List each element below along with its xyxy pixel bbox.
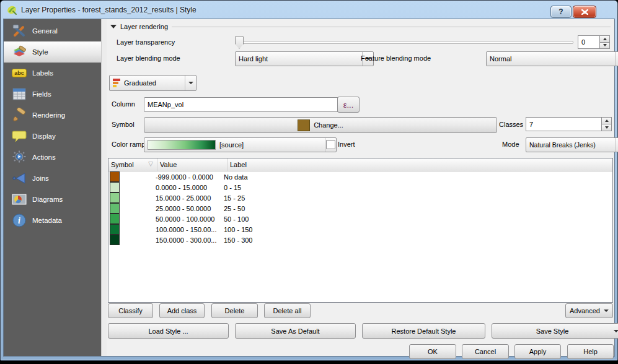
column-header-label[interactable]: Label [227,158,612,171]
class-label: 150 - 300 [224,236,252,244]
class-color-swatch[interactable] [110,235,120,245]
apply-button[interactable]: Apply [514,344,561,359]
symbol-color-swatch [298,119,310,131]
combo-value: Graduated [124,79,156,87]
column-header-symbol[interactable]: Symbol ▽ [108,158,157,171]
expression-builder-button[interactable]: ε... [337,97,360,113]
window-title: Layer Properties - forest_stands_2012_re… [21,6,196,14]
sidebar-item-general[interactable]: General [4,20,101,41]
ok-button[interactable]: OK [409,344,456,359]
paintbrush-icon [11,107,27,123]
style-panel: Layer rendering Layer transparency 0 Lay… [107,19,614,356]
transparency-label: Layer transparency [117,35,175,49]
table-row[interactable]: 150.0000 - 300.00... 150 - 300 [108,235,612,245]
sidebar-splitter[interactable] [101,19,107,356]
titlebar-close-button[interactable] [573,6,596,18]
advanced-button[interactable]: Advanced [565,303,613,318]
paint-style-icon [11,44,27,60]
class-color-swatch[interactable] [110,171,120,182]
classes-table[interactable]: Symbol ▽ Value Label -999.0000 - 0.0000 … [108,158,613,303]
class-color-swatch[interactable] [110,224,120,235]
layer-blend-mode-combo[interactable]: Hard light [235,51,374,66]
abc-tag-icon: abc [11,65,27,81]
renderer-type-combo[interactable]: Graduated [109,75,196,91]
column-combo[interactable]: MEANp_vol [144,97,349,112]
transparency-slider[interactable] [235,36,573,48]
sidebar-item-diagrams[interactable]: Diagrams [4,189,101,210]
table-row[interactable]: 100.0000 - 150.00... 100 - 150 [108,224,612,235]
combo-value: Normal [490,55,511,63]
help-button[interactable]: Help [567,344,614,359]
transparency-value[interactable]: 0 [578,35,599,49]
class-color-swatch[interactable] [110,203,120,214]
class-value: 25.0000 - 50.0000 [156,205,211,212]
sidebar: General Style abc Labels [4,19,101,356]
delete-button[interactable]: Delete [211,303,258,318]
classes-value[interactable]: 7 [526,117,601,131]
symbol-change-button[interactable]: Change... [144,117,497,133]
speech-bubble-icon [11,128,27,144]
table-row[interactable]: 15.0000 - 25.0000 15 - 25 [108,193,612,203]
class-label: 25 - 50 [224,205,245,212]
sidebar-item-label: Joins [32,175,49,182]
layer-rendering-group-header[interactable]: Layer rendering [110,23,611,30]
spin-down-button[interactable] [601,124,612,131]
sidebar-item-joins[interactable]: Joins [4,168,101,189]
class-color-swatch[interactable] [110,214,120,224]
sidebar-item-fields[interactable]: Fields [4,84,101,105]
restore-default-style-button[interactable]: Restore Default Style [362,323,485,339]
layer-properties-dialog: Layer Properties - forest_stands_2012_re… [0,0,618,361]
spin-up-button[interactable] [601,117,612,124]
blend-mode-label: Layer blending mode [117,51,180,65]
save-style-button[interactable]: Save Style [492,323,618,339]
table-row[interactable]: -999.0000 - 0.0000 No data [108,171,612,182]
invert-checkbox[interactable] [326,140,335,149]
dialog-client-area: General Style abc Labels [3,19,615,357]
invert-label: Invert [338,137,355,151]
down-arrow-icon [603,44,607,46]
join-arrow-icon [11,170,27,186]
tools-icon [11,23,27,39]
sort-indicator-icon: ▽ [148,160,153,167]
column-header-value[interactable]: Value [157,158,227,171]
classes-label: Classes [499,118,523,131]
color-ramp-combo[interactable]: [source] [144,137,337,152]
class-color-swatch[interactable] [110,193,120,203]
combo-value: Hard light [239,55,268,63]
table-row[interactable]: 50.0000 - 100.0000 50 - 100 [108,214,612,224]
slider-groove [235,41,573,44]
sidebar-item-metadata[interactable]: i Metadata [4,210,101,231]
spin-down-button[interactable] [599,43,610,50]
sidebar-item-rendering[interactable]: Rendering [4,105,101,126]
delete-all-button[interactable]: Delete all [264,303,311,318]
transparency-spinbox[interactable]: 0 [578,35,610,49]
sidebar-item-actions[interactable]: Actions [4,147,101,168]
class-label: 50 - 100 [224,215,249,223]
classes-spinbox[interactable]: 7 [526,117,612,131]
group-divider [172,27,611,27]
class-label: 15 - 25 [224,194,245,202]
sidebar-item-display[interactable]: Display [4,126,101,147]
spin-up-button[interactable] [599,35,610,43]
symbol-label: Symbol [112,118,135,131]
sidebar-item-label: Labels [32,69,53,77]
sidebar-item-style[interactable]: Style [4,41,101,63]
class-color-swatch[interactable] [110,182,120,193]
titlebar[interactable]: Layer Properties - forest_stands_2012_re… [1,1,617,19]
sidebar-item-labels[interactable]: abc Labels [4,63,101,84]
load-style-button[interactable]: Load Style ... [108,323,229,339]
save-as-default-button[interactable]: Save As Default [235,323,356,339]
mode-combo[interactable]: Natural Breaks (Jenks) [526,137,618,152]
group-title: Layer rendering [120,23,168,30]
titlebar-help-button[interactable]: ? [550,6,572,18]
class-value: 0.0000 - 15.0000 [156,184,207,191]
chevron-down-icon [616,138,618,152]
table-row[interactable]: 0.0000 - 15.0000 0 - 15 [108,182,612,193]
classify-button[interactable]: Classify [108,303,153,318]
class-label: 0 - 15 [224,184,241,191]
slider-handle[interactable] [235,36,244,49]
cancel-button[interactable]: Cancel [462,344,509,359]
feature-blend-mode-combo[interactable]: Normal [486,51,618,66]
table-row[interactable]: 25.0000 - 50.0000 25 - 50 [108,203,612,214]
add-class-button[interactable]: Add class [159,303,205,318]
